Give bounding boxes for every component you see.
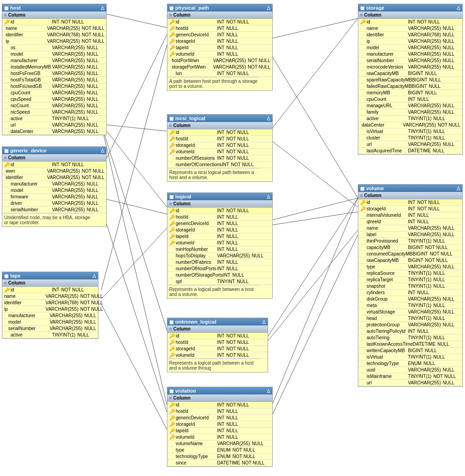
host-table-header[interactable]: ▦ host △ <box>2 4 106 12</box>
violation-table-header[interactable]: ▦ violation △ <box>167 387 272 395</box>
fk-icon: 🔑 <box>169 435 175 440</box>
physical-path-table-header[interactable]: ▦ physical_path △ <box>167 4 272 12</box>
col-header: ≡ Column <box>167 122 272 129</box>
table-icon: ▦ <box>169 389 173 394</box>
resize-handle[interactable]: △ <box>457 186 460 191</box>
fk-icon: 🔑 <box>169 143 175 148</box>
table-row: spareRawCapacityMBBIGINTNULL <box>358 77 462 83</box>
table-row: hostFsTotalGBVARCHAR(255)NULL <box>2 77 106 83</box>
table-row: diskGroupVARCHAR(255)NULL <box>358 296 462 302</box>
resize-handle[interactable]: △ <box>92 273 96 278</box>
table-icon: ▦ <box>169 6 173 11</box>
table-row: isMainframeTINYINT(1)NOT NULL <box>358 373 462 380</box>
resize-handle[interactable]: △ <box>101 148 104 153</box>
fk-icon: 🔑 <box>169 26 175 31</box>
table-row: consumedCapacityMBBIGINTNOT NULL <box>358 251 462 257</box>
fk-icon: 🔑 <box>169 428 175 433</box>
table-row: numberOfStoragePortsINTNULL <box>167 272 272 279</box>
pk-icon: 🔑 <box>169 402 175 407</box>
eq-icon: ≡ <box>360 12 363 17</box>
fk-icon: 🔑 <box>169 39 175 44</box>
resize-handle[interactable]: △ <box>267 194 270 199</box>
storage-table-header[interactable]: ▦ storage △ <box>358 4 462 12</box>
table-row: manufacturerVARCHAR(255)NULL <box>358 51 462 58</box>
physical-path-table-title: physical_path <box>175 5 209 11</box>
table-row: writtenCapacityMBBIGINTNULL <box>358 348 462 354</box>
table-row: serialNumberVARCHAR(255)NULL <box>2 325 98 332</box>
table-note: Represents a logical path between a host… <box>167 285 259 298</box>
svg-line-5 <box>101 35 167 169</box>
table-row: manufacturerVARCHAR(255)NULL <box>2 181 106 187</box>
table-row: 🔑volumeIdINTNULL <box>167 240 272 246</box>
fk-icon: 🔑 <box>169 45 175 50</box>
iscsi-logical-table: ▦ iscsi_logical △ ≡ Column 🔑 id INT NOT … <box>167 114 273 182</box>
table-row: uuidVARCHAR(255)NULL <box>358 367 462 373</box>
table-row: microcodeVersionVARCHAR(255)NULL <box>358 64 462 70</box>
resize-handle[interactable]: △ <box>267 388 270 393</box>
eq-icon: ≡ <box>4 12 7 17</box>
table-row: typeVARCHAR(255)NULL <box>358 264 462 270</box>
table-row: 🔑 id INT NOT NULL <box>167 129 272 136</box>
table-row: 🔑volumeIdINTNULL <box>167 434 272 441</box>
table-row: spfTINYINTNULL <box>167 279 272 285</box>
col-header: ≡ Column <box>167 325 268 333</box>
table-row: 🔑 id INT NOT NULL <box>2 162 106 168</box>
svg-line-1 <box>101 124 167 131</box>
table-row: 🔑hostIdINTNOT NULL <box>167 339 268 346</box>
svg-line-15 <box>268 138 358 207</box>
table-row: dataCenterVARCHAR(255)NOT NULL <box>358 122 462 128</box>
table-row: osVARCHAR(255)NULL <box>2 45 106 51</box>
svg-line-13 <box>268 198 358 414</box>
table-row: replicaTargetTINYINT(1)NULL <box>358 277 462 283</box>
volume-table-header[interactable]: ▦ volume △ <box>358 185 462 192</box>
fk-icon: 🔑 <box>169 234 175 239</box>
table-row: serialNumberVARCHAR(255)NULL <box>2 207 106 213</box>
fk-icon: 🔑 <box>169 353 175 358</box>
violation-table-title: violation <box>175 388 196 394</box>
pk-icon: 🔑 <box>169 208 175 213</box>
volume-table: ▦ volume △ ≡ Column 🔑 id INT NOT NULL 🔑s… <box>358 184 463 387</box>
table-row: wwnVARCHAR(255)NOT NULL <box>2 168 106 174</box>
logical-table-header[interactable]: ▦ logical △ <box>167 193 272 200</box>
table-row: clusterTINYINT(1)NULL <box>358 135 462 141</box>
fk-icon: 🔑 <box>169 340 175 345</box>
svg-line-18 <box>268 235 358 424</box>
tape-table-header[interactable]: ▦ tape △ <box>2 272 98 279</box>
resize-handle[interactable]: △ <box>267 5 270 10</box>
col-header: ≡ Column <box>167 200 272 208</box>
table-row: modelVARCHAR(255)NULL <box>358 45 462 51</box>
resize-handle[interactable]: △ <box>101 5 104 10</box>
svg-line-7 <box>101 207 167 412</box>
generic-device-table: ▦ generic_device △ ≡ Column 🔑 id INT NOT… <box>2 146 107 227</box>
resize-handle[interactable]: △ <box>457 5 460 10</box>
resize-handle[interactable]: △ <box>267 116 270 121</box>
iscsi-logical-table-header[interactable]: ▦ iscsi_logical △ <box>167 115 272 122</box>
table-row: lunINTNOT NULL <box>167 70 272 77</box>
table-row: 🔑tapeIdINTNULL <box>167 45 272 51</box>
table-row: driverVARCHAR(255)NULL <box>2 200 106 207</box>
pk-icon: 🔑 <box>169 333 175 338</box>
eq-icon: ≡ <box>169 123 172 128</box>
tape-table-title: tape <box>10 273 21 279</box>
svg-line-12 <box>268 198 358 336</box>
pk-icon: 🔑 <box>4 287 10 292</box>
col-header: ≡ Column <box>2 12 106 19</box>
unknown-logical-table-header[interactable]: ▦ unknown_logical △ <box>167 318 268 325</box>
generic-device-table-header[interactable]: ▦ generic_device △ <box>2 147 106 154</box>
eq-icon: ≡ <box>169 326 172 331</box>
table-icon: ▦ <box>169 116 173 121</box>
table-note: A path between host port through a stora… <box>167 77 259 90</box>
fk-icon: 🔑 <box>169 136 175 141</box>
svg-line-8 <box>268 18 358 39</box>
eq-icon: ≡ <box>169 12 172 17</box>
table-row: volumeNameVARCHAR(255)NULL <box>167 441 272 447</box>
table-row: nameVARCHAR(255)NULL <box>358 225 462 232</box>
table-row: activeTINYINT(1)NULL <box>2 332 98 338</box>
table-row: snapshotTINYINT(1)NULL <box>358 283 462 290</box>
table-row: 🔑storageIdINTNOT NULL <box>358 206 462 212</box>
unknown-logical-table-title: unknown_logical <box>175 319 216 325</box>
resize-handle[interactable]: △ <box>262 319 266 324</box>
table-row: 🔑 id INT NOT NULL <box>358 199 462 206</box>
table-row: modelVARCHAR(255)NULL <box>2 51 106 58</box>
table-row: 🔑 id INT NOT NULL <box>2 19 106 25</box>
